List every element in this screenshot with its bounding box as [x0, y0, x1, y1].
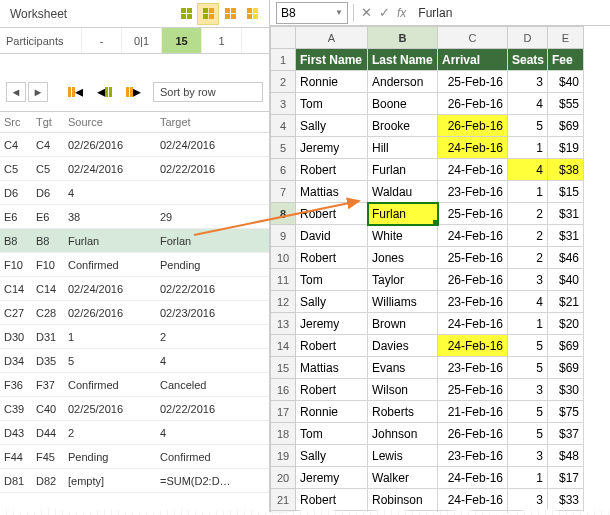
- cell[interactable]: 3: [508, 379, 548, 401]
- cell[interactable]: Walker: [368, 467, 438, 489]
- cell[interactable]: Johnson: [368, 423, 438, 445]
- cell[interactable]: 1: [508, 467, 548, 489]
- cell[interactable]: 4: [508, 291, 548, 313]
- cell[interactable]: 25-Feb-16: [438, 379, 508, 401]
- cell[interactable]: $19: [548, 137, 584, 159]
- formula-bar-value[interactable]: Furlan: [410, 6, 452, 20]
- cell[interactable]: $69: [548, 335, 584, 357]
- col-header-a[interactable]: A: [296, 26, 368, 49]
- cell[interactable]: 24-Feb-16: [438, 467, 508, 489]
- cell[interactable]: $38: [548, 159, 584, 181]
- cell[interactable]: Furlan: [368, 159, 438, 181]
- cell[interactable]: 23-Feb-16: [438, 291, 508, 313]
- compare-row[interactable]: C39C4002/25/201602/22/2016: [0, 397, 269, 421]
- cell[interactable]: $40: [548, 71, 584, 93]
- compare-row[interactable]: C14C1402/24/201602/22/2016: [0, 277, 269, 301]
- row-header[interactable]: 3: [270, 93, 296, 115]
- compare-row[interactable]: D43D4424: [0, 421, 269, 445]
- cell[interactable]: 25-Feb-16: [438, 71, 508, 93]
- row-header[interactable]: 21: [270, 489, 296, 511]
- prev-button[interactable]: ◄: [6, 82, 26, 102]
- cell[interactable]: Tom: [296, 93, 368, 115]
- cell[interactable]: Brooke: [368, 115, 438, 137]
- view-mode-1[interactable]: [175, 3, 197, 25]
- cell[interactable]: 23-Feb-16: [438, 357, 508, 379]
- row-header[interactable]: 5: [270, 137, 296, 159]
- row-header[interactable]: 12: [270, 291, 296, 313]
- cell[interactable]: Robert: [296, 203, 368, 225]
- view-mode-4[interactable]: [241, 3, 263, 25]
- cell[interactable]: 2: [508, 203, 548, 225]
- compare-row[interactable]: F10F10ConfirmedPending: [0, 253, 269, 277]
- cell[interactable]: $55: [548, 93, 584, 115]
- cell[interactable]: Waldau: [368, 181, 438, 203]
- name-box-dropdown-icon[interactable]: ▼: [335, 8, 343, 17]
- cell[interactable]: Hill: [368, 137, 438, 159]
- cell[interactable]: 5: [508, 401, 548, 423]
- cell[interactable]: 3: [508, 71, 548, 93]
- header-cell[interactable]: First Name: [296, 49, 368, 71]
- view-mode-2[interactable]: [197, 3, 219, 25]
- sort-by-row[interactable]: Sort by row: [153, 82, 263, 102]
- compare-row[interactable]: C27C2802/26/201602/23/2016: [0, 301, 269, 325]
- compare-row[interactable]: F36F37ConfirmedCanceled: [0, 373, 269, 397]
- cell[interactable]: 24-Feb-16: [438, 489, 508, 511]
- select-all-corner[interactable]: [270, 26, 296, 49]
- cell[interactable]: 23-Feb-16: [438, 181, 508, 203]
- compare-row[interactable]: D34D3554: [0, 349, 269, 373]
- cell[interactable]: $75: [548, 401, 584, 423]
- cell[interactable]: 5: [508, 335, 548, 357]
- header-cell[interactable]: Arrival: [438, 49, 508, 71]
- cell[interactable]: $31: [548, 225, 584, 247]
- cell[interactable]: 25-Feb-16: [438, 203, 508, 225]
- cell[interactable]: White: [368, 225, 438, 247]
- cell[interactable]: Jeremy: [296, 467, 368, 489]
- cell[interactable]: 24-Feb-16: [438, 159, 508, 181]
- cell[interactable]: 2: [508, 247, 548, 269]
- cell[interactable]: 23-Feb-16: [438, 445, 508, 467]
- cell[interactable]: $33: [548, 489, 584, 511]
- cell[interactable]: 3: [508, 269, 548, 291]
- cell[interactable]: Mattias: [296, 357, 368, 379]
- cell[interactable]: Tom: [296, 423, 368, 445]
- row-header[interactable]: 2: [270, 71, 296, 93]
- col-header-b[interactable]: B: [368, 26, 438, 49]
- cell[interactable]: 26-Feb-16: [438, 423, 508, 445]
- cell[interactable]: 1: [508, 137, 548, 159]
- cell[interactable]: 21-Feb-16: [438, 401, 508, 423]
- cell[interactable]: $37: [548, 423, 584, 445]
- row-header[interactable]: 9: [270, 225, 296, 247]
- cell[interactable]: Lewis: [368, 445, 438, 467]
- compare-row[interactable]: C5C502/24/201602/22/2016: [0, 157, 269, 181]
- cell[interactable]: 25-Feb-16: [438, 247, 508, 269]
- jump-first[interactable]: ◂: [62, 79, 88, 105]
- cell[interactable]: Sally: [296, 115, 368, 137]
- compare-row[interactable]: D81D82[empty]=SUM(D2:D…: [0, 469, 269, 493]
- cell[interactable]: 5: [508, 357, 548, 379]
- col-header-c[interactable]: C: [438, 26, 508, 49]
- row-header[interactable]: 10: [270, 247, 296, 269]
- cell[interactable]: 26-Feb-16: [438, 93, 508, 115]
- cell[interactable]: Brown: [368, 313, 438, 335]
- cell[interactable]: $21: [548, 291, 584, 313]
- cell[interactable]: Robert: [296, 489, 368, 511]
- cell[interactable]: 26-Feb-16: [438, 269, 508, 291]
- row-header[interactable]: 7: [270, 181, 296, 203]
- cell[interactable]: 24-Feb-16: [438, 137, 508, 159]
- row-header[interactable]: 1: [270, 49, 296, 71]
- accept-formula-icon[interactable]: ✓: [375, 5, 393, 20]
- jump-next[interactable]: ▸: [120, 79, 146, 105]
- cell[interactable]: Anderson: [368, 71, 438, 93]
- cell[interactable]: 5: [508, 423, 548, 445]
- cell[interactable]: 24-Feb-16: [438, 313, 508, 335]
- cell[interactable]: Taylor: [368, 269, 438, 291]
- col-header-e[interactable]: E: [548, 26, 584, 49]
- compare-row[interactable]: D30D3112: [0, 325, 269, 349]
- cell[interactable]: Robert: [296, 159, 368, 181]
- cell[interactable]: Evans: [368, 357, 438, 379]
- cell[interactable]: $69: [548, 357, 584, 379]
- row-header[interactable]: 8: [270, 203, 296, 225]
- compare-row[interactable]: F44F45PendingConfirmed: [0, 445, 269, 469]
- cell[interactable]: Sally: [296, 445, 368, 467]
- cell[interactable]: $40: [548, 269, 584, 291]
